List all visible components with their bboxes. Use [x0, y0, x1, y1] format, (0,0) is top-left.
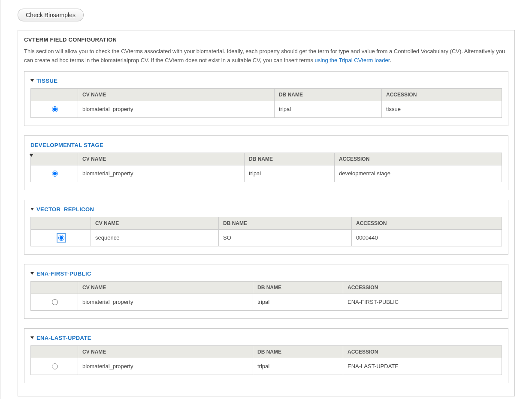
column-header-acc: ACCESSION	[352, 217, 502, 229]
panel-heading: CVTERM FIELD CONFIGURATION	[24, 36, 508, 43]
column-header-db: DB NAME	[253, 281, 343, 294]
section-title[interactable]: DEVELOPMENTAL STAGE	[30, 142, 103, 148]
cell-cv: biomaterial_property	[78, 165, 245, 182]
table-row: biomaterial_propertytripaltissue	[31, 101, 502, 117]
column-header-select	[31, 88, 78, 101]
cvterm-table: CV NAMEDB NAMEACCESSIONbiomaterial_prope…	[30, 345, 502, 375]
section-title[interactable]: TISSUE	[36, 78, 57, 84]
column-header-cv: CV NAME	[78, 281, 253, 294]
cvterm-row-radio[interactable]	[58, 235, 64, 241]
cell-acc: tissue	[382, 101, 502, 117]
cell-db: tripal	[245, 165, 335, 182]
caret-down-icon	[30, 208, 34, 210]
cell-acc: ENA-FIRST-PUBLIC	[343, 294, 502, 310]
cell-acc: developmental stage	[335, 165, 502, 182]
cvterm-table: CV NAMEDB NAMEACCESSIONbiomaterial_prope…	[30, 153, 502, 182]
radio-cell	[31, 229, 91, 246]
cvterm-table: CV NAMEDB NAMEACCESSIONsequenceSO0000440	[30, 217, 502, 246]
column-header-acc: ACCESSION	[382, 88, 502, 101]
cell-db: tripal	[275, 101, 382, 117]
tripal-cvterm-loader-link[interactable]: using the Tripal CVterm loader	[315, 57, 390, 63]
column-header-acc: ACCESSION	[343, 281, 502, 294]
cvterm-row-radio[interactable]	[52, 363, 58, 369]
column-header-select	[31, 281, 78, 294]
panel-intro: This section will allow you to check the…	[24, 47, 508, 65]
radio-cell	[31, 294, 78, 310]
column-header-db: DB NAME	[253, 345, 343, 358]
cvterm-section: ENA-FIRST-PUBLICCV NAMEDB NAMEACCESSIONb…	[24, 264, 508, 319]
section-header[interactable]: DEVELOPMENTAL STAGE	[30, 142, 502, 148]
cell-acc: 0000440	[352, 229, 502, 246]
column-header-db: DB NAME	[275, 88, 382, 101]
column-header-cv: CV NAME	[78, 345, 253, 358]
column-header-cv: CV NAME	[78, 153, 245, 165]
column-header-acc: ACCESSION	[335, 153, 502, 165]
section-header[interactable]: TISSUE	[30, 78, 502, 84]
column-header-db: DB NAME	[219, 217, 352, 229]
column-header-select	[31, 217, 91, 229]
table-row: sequenceSO0000440	[31, 229, 502, 246]
caret-down-icon	[30, 79, 34, 82]
section-title[interactable]: VECTOR_REPLICON	[36, 206, 94, 213]
cell-cv: biomaterial_property	[78, 358, 253, 375]
cvterm-table: CV NAMEDB NAMEACCESSIONbiomaterial_prope…	[30, 281, 502, 311]
cvterm-table: CV NAMEDB NAMEACCESSIONbiomaterial_prope…	[30, 88, 502, 118]
cell-db: SO	[219, 229, 352, 246]
section-title[interactable]: ENA-FIRST-PUBLIC	[36, 270, 91, 277]
table-row: biomaterial_propertytripalENA-LAST-UPDAT…	[31, 358, 502, 375]
cell-db: tripal	[253, 358, 343, 375]
panel-intro-text: This section will allow you to check the…	[24, 48, 505, 63]
column-header-select	[31, 345, 78, 358]
column-header-db: DB NAME	[245, 153, 335, 165]
cell-cv: biomaterial_property	[78, 294, 253, 310]
cell-db: tripal	[253, 294, 343, 310]
table-row: biomaterial_propertytripaldevelopmental …	[31, 165, 502, 182]
cvterm-row-radio[interactable]	[52, 106, 58, 112]
column-header-cv: CV NAME	[78, 88, 275, 101]
panel-intro-tail: .	[390, 57, 391, 63]
caret-down-icon	[30, 154, 33, 157]
cell-cv: biomaterial_property	[78, 101, 275, 117]
cvterm-row-radio[interactable]	[52, 171, 58, 177]
check-biosamples-button[interactable]: Check Biosamples	[18, 9, 84, 21]
cvterm-section: TISSUECV NAMEDB NAMEACCESSIONbiomaterial…	[24, 71, 508, 126]
section-header[interactable]: ENA-FIRST-PUBLIC	[30, 270, 502, 277]
radio-cell	[31, 165, 78, 182]
section-header[interactable]: ENA-LAST-UPDATE	[30, 335, 502, 341]
section-title[interactable]: ENA-LAST-UPDATE	[36, 335, 91, 341]
cvterm-section: VECTOR_REPLICONCV NAMEDB NAMEACCESSIONse…	[24, 200, 508, 255]
cvterm-config-panel: CVTERM FIELD CONFIGURATION This section …	[18, 30, 515, 396]
column-header-cv: CV NAME	[91, 217, 219, 229]
cell-acc: ENA-LAST-UPDATE	[343, 358, 502, 375]
cvterm-section: DEVELOPMENTAL STAGECV NAMEDB NAMEACCESSI…	[24, 135, 508, 190]
cell-cv: sequence	[91, 229, 219, 246]
caret-down-icon	[30, 336, 34, 339]
section-header[interactable]: VECTOR_REPLICON	[30, 206, 502, 213]
radio-cell	[31, 101, 78, 117]
cvterm-section: ENA-LAST-UPDATECV NAMEDB NAMEACCESSIONbi…	[24, 328, 508, 383]
cvterm-row-radio[interactable]	[52, 299, 58, 305]
table-row: biomaterial_propertytripalENA-FIRST-PUBL…	[31, 294, 502, 310]
caret-down-icon	[30, 272, 34, 275]
radio-cell	[31, 358, 78, 375]
column-header-acc: ACCESSION	[343, 345, 502, 358]
column-header-select	[31, 153, 78, 165]
